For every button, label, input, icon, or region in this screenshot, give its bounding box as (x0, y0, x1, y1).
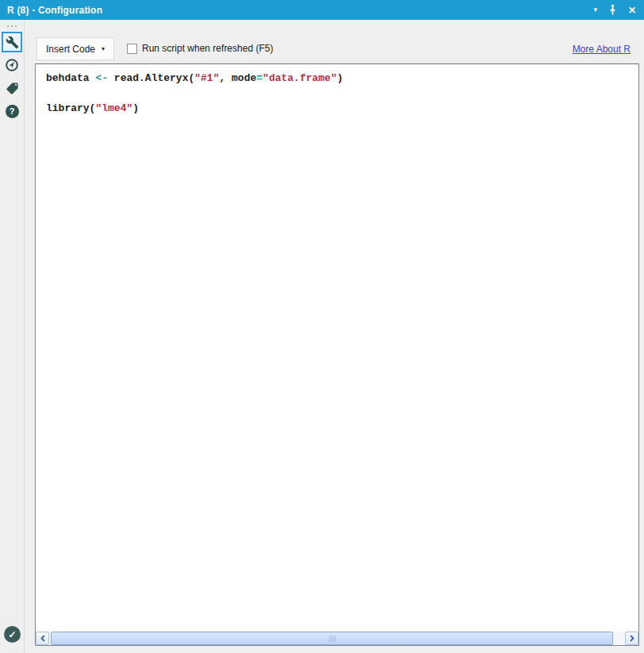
run-script-checkbox[interactable] (127, 44, 137, 54)
titlebar: R (8) - Configuration ▾ ✕ (0, 0, 644, 20)
main-area: Insert Code ▾ Run script when refreshed … (25, 20, 644, 653)
horizontal-scrollbar (36, 632, 638, 645)
titlebar-controls: ▾ ✕ (593, 4, 636, 16)
sidebar: ? ✓ (0, 20, 25, 653)
scrollbar-track[interactable] (50, 632, 624, 645)
sidebar-item-help[interactable]: ? (2, 101, 22, 121)
scrollbar-thumb[interactable] (51, 632, 613, 645)
insert-code-button[interactable]: Insert Code ▾ (36, 37, 114, 60)
chevron-down-icon: ▾ (102, 45, 105, 52)
grip-dots-icon[interactable] (0, 25, 24, 27)
window-title: R (8) - Configuration (7, 5, 102, 16)
run-script-checkbox-label: Run script when refreshed (F5) (142, 43, 273, 54)
panel-body: ? ✓ Insert Code ▾ Run script when refres… (0, 20, 644, 653)
sidebar-item-navigation[interactable] (2, 55, 22, 75)
code-content: behdata <- read.Alteryx("#1", mode="data… (36, 64, 638, 116)
run-script-checkbox-row[interactable]: Run script when refreshed (F5) (127, 43, 273, 54)
insert-code-label: Insert Code (46, 44, 95, 55)
question-icon: ? (6, 105, 19, 118)
status-check-icon: ✓ (4, 626, 21, 643)
scroll-right-button[interactable] (625, 632, 638, 645)
close-icon[interactable]: ✕ (628, 6, 636, 15)
pin-icon[interactable] (608, 4, 618, 16)
scroll-left-button[interactable] (36, 632, 49, 645)
scrollbar-grip-icon (329, 636, 335, 642)
window-menu-caret-icon[interactable]: ▾ (593, 6, 597, 13)
code-editor[interactable]: behdata <- read.Alteryx("#1", mode="data… (35, 63, 639, 646)
compass-icon (5, 58, 19, 72)
wrench-icon (6, 36, 19, 49)
more-about-r-link[interactable]: More About R (573, 44, 631, 55)
tag-icon (6, 82, 19, 95)
sidebar-item-configuration[interactable] (2, 32, 22, 52)
sidebar-item-annotation[interactable] (2, 78, 22, 98)
